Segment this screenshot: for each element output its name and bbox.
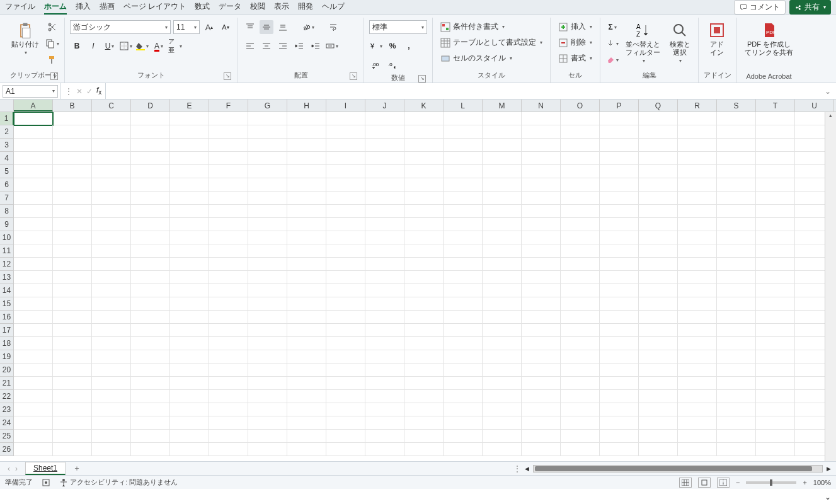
cell[interactable] [53, 258, 92, 271]
cell[interactable] [287, 244, 326, 258]
cell[interactable] [600, 192, 639, 205]
cell[interactable] [600, 443, 639, 456]
cell[interactable] [444, 416, 483, 430]
cell[interactable] [326, 430, 365, 443]
conditional-format-button[interactable]: 条件付き書式▾ [438, 20, 507, 33]
cell[interactable] [326, 258, 365, 271]
cell[interactable] [287, 258, 326, 271]
cell[interactable] [639, 152, 678, 165]
cell[interactable] [404, 178, 444, 192]
cell[interactable] [92, 218, 131, 231]
cell[interactable] [600, 337, 639, 350]
row-header[interactable]: 6 [0, 178, 14, 192]
cell[interactable] [53, 311, 92, 324]
cell[interactable] [92, 139, 131, 152]
cell[interactable] [639, 258, 678, 271]
row-header[interactable]: 19 [0, 350, 14, 364]
cell[interactable] [53, 231, 92, 244]
cell[interactable] [639, 125, 678, 139]
cell[interactable] [522, 390, 561, 403]
autosum-button[interactable]: Σ▾ [605, 20, 619, 34]
cell[interactable] [14, 152, 53, 165]
cell[interactable] [522, 311, 561, 324]
column-header[interactable]: O [561, 100, 600, 112]
cell[interactable] [483, 258, 522, 271]
cell[interactable] [92, 443, 131, 456]
cell[interactable] [326, 205, 365, 218]
more-icon[interactable]: ⋮ [513, 464, 521, 473]
underline-button[interactable]: U▾ [103, 39, 117, 53]
cell[interactable] [170, 297, 209, 311]
cell[interactable] [717, 443, 756, 456]
cell[interactable] [170, 430, 209, 443]
sheet-nav-prev[interactable]: ‹ [8, 464, 10, 473]
cell[interactable] [287, 403, 326, 416]
cell[interactable] [365, 297, 404, 311]
cell[interactable] [600, 430, 639, 443]
number-dialog-launcher[interactable]: ↘ [418, 75, 426, 83]
cell[interactable] [287, 297, 326, 311]
share-button[interactable]: 共有 ▾ [789, 0, 831, 14]
row-header[interactable]: 8 [0, 205, 14, 218]
column-header[interactable]: M [483, 100, 522, 112]
cell[interactable] [248, 178, 287, 192]
cell[interactable] [326, 165, 365, 178]
cell[interactable] [756, 125, 795, 139]
cell[interactable] [248, 324, 287, 337]
cell[interactable] [14, 244, 53, 258]
cell[interactable] [600, 258, 639, 271]
cell[interactable] [170, 152, 209, 165]
horizontal-scrollbar[interactable] [533, 465, 823, 472]
cell[interactable] [53, 377, 92, 390]
cell[interactable] [170, 125, 209, 139]
cell[interactable] [404, 271, 444, 284]
cell[interactable] [639, 377, 678, 390]
cell[interactable] [209, 271, 248, 284]
cell[interactable] [170, 443, 209, 456]
cell[interactable] [717, 390, 756, 403]
cell[interactable] [53, 152, 92, 165]
row-header[interactable]: 15 [0, 297, 14, 311]
cell[interactable] [209, 192, 248, 205]
hscroll-left-button[interactable]: ◀ [525, 466, 529, 472]
cell[interactable] [53, 324, 92, 337]
cell[interactable] [170, 165, 209, 178]
cell[interactable] [600, 297, 639, 311]
cell[interactable] [561, 112, 600, 125]
cell[interactable] [561, 231, 600, 244]
cell[interactable] [131, 284, 170, 297]
cell[interactable] [92, 231, 131, 244]
cell[interactable] [326, 297, 365, 311]
row-header[interactable]: 7 [0, 192, 14, 205]
cell[interactable] [639, 403, 678, 416]
cell[interactable] [131, 390, 170, 403]
cell[interactable] [170, 205, 209, 218]
cell[interactable] [404, 152, 444, 165]
cell[interactable] [756, 324, 795, 337]
cell[interactable] [326, 112, 365, 125]
align-middle-button[interactable] [260, 20, 273, 34]
cell[interactable] [365, 192, 404, 205]
cell[interactable] [92, 337, 131, 350]
cell[interactable] [678, 165, 717, 178]
cell[interactable] [326, 125, 365, 139]
cell[interactable] [53, 284, 92, 297]
cell[interactable] [92, 165, 131, 178]
cell[interactable] [717, 112, 756, 125]
cell[interactable] [404, 430, 444, 443]
name-box[interactable]: A1▾ [3, 85, 58, 98]
cell[interactable] [209, 112, 248, 125]
delete-cells-button[interactable]: 削除▾ [556, 36, 595, 49]
cell[interactable] [209, 152, 248, 165]
tab-insert[interactable]: 挿入 [76, 0, 91, 14]
cell[interactable] [404, 390, 444, 403]
cell[interactable] [170, 178, 209, 192]
column-header[interactable]: D [131, 100, 170, 112]
cancel-formula-button[interactable]: ✕ [76, 87, 83, 96]
cell[interactable] [14, 377, 53, 390]
select-all-corner[interactable] [0, 100, 14, 112]
sort-filter-button[interactable]: AZ 並べ替えと フィルター▾ [623, 20, 663, 65]
cell[interactable] [483, 139, 522, 152]
cell[interactable] [404, 284, 444, 297]
column-header[interactable]: P [600, 100, 639, 112]
